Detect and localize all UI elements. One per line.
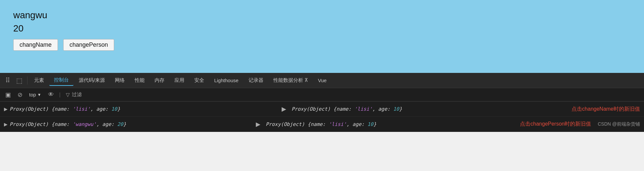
tab-lighthouse[interactable]: Lighthouse (209, 76, 243, 85)
tab-sources[interactable]: 源代码/来源 (74, 75, 110, 86)
arrow-right-2: ▶ (256, 121, 260, 128)
tab-memory[interactable]: 内存 (150, 75, 169, 86)
tab-vue[interactable]: Vue (313, 76, 331, 85)
preview-area: wangwu 20 changName changePerson (0, 0, 644, 73)
arrow-right-1: ▶ (282, 105, 286, 113)
preview-age: 20 (13, 23, 631, 34)
changeperson-button[interactable]: changePerson (63, 39, 114, 51)
tab-security[interactable]: 安全 (190, 75, 209, 86)
preview-name: wangwu (13, 10, 631, 21)
expand-arrow-2[interactable]: ▶ (4, 122, 8, 127)
tab-application[interactable]: 应用 (170, 75, 189, 86)
tab-performance[interactable]: 性能 (130, 75, 149, 86)
filter-icon: ▽ (66, 92, 70, 98)
button-row: changName changePerson (13, 39, 631, 51)
clear-console-icon[interactable]: ⊘ (15, 90, 25, 100)
console-code-left-1: Proxy(Object) {name: 'lisi', age: 10} (10, 106, 276, 112)
console-code-right-2: Proxy(Object) {name: 'lisi', age: 10} (266, 121, 507, 127)
sidebar-toggle-icon[interactable]: ▣ (3, 90, 14, 100)
context-selector[interactable]: top ▼ (26, 90, 44, 99)
dropdown-arrow-icon: ▼ (37, 92, 41, 97)
tab-perf-insights[interactable]: 性能数据分析 ⊼ (269, 75, 313, 86)
comment-1: 点击changeName时的新旧值 (572, 106, 640, 113)
comment-2: 点击changePerson时的新旧值 (520, 121, 591, 128)
changname-button[interactable]: changName (13, 39, 58, 51)
tab-recorder[interactable]: 记录器 (244, 75, 268, 86)
console-toolbar: ▣ ⊘ top ▼ 👁 | ▽ 过滤 (0, 88, 644, 101)
tab-separator-1 (27, 77, 27, 85)
expand-arrow-1[interactable]: ▶ (4, 106, 8, 112)
devtools-tab-bar: ⠿ ⬚ 元素 控制台 源代码/来源 网络 性能 内存 应用 安全 Lightho… (0, 73, 644, 88)
top-label: top (29, 92, 36, 97)
devtools-panel: ⠿ ⬚ 元素 控制台 源代码/来源 网络 性能 内存 应用 安全 Lightho… (0, 73, 644, 132)
console-code-right-1: Proxy(Object) {name: 'lisi', age: 10} (292, 106, 558, 112)
tab-network[interactable]: 网络 (110, 75, 129, 86)
divider: | (59, 92, 61, 98)
devtools-icon-inspect[interactable]: ⠿ (3, 75, 13, 86)
devtools-icon-device[interactable]: ⬚ (14, 75, 25, 86)
console-row-1: ▶ Proxy(Object) {name: 'lisi', age: 10} … (0, 101, 644, 117)
eye-icon[interactable]: 👁 (45, 90, 57, 99)
console-row-2: ▶ Proxy(Object) {name: 'wangwu', age: 20… (0, 117, 644, 132)
filter-label: 过滤 (72, 91, 82, 98)
tab-elements[interactable]: 元素 (29, 75, 49, 86)
console-code-left-2: Proxy(Object) {name: 'wangwu', age: 20} (10, 121, 251, 127)
console-output: ▶ Proxy(Object) {name: 'lisi', age: 10} … (0, 101, 644, 132)
brand-label: CSDN @前端杂货铺 (598, 121, 640, 127)
tab-console[interactable]: 控制台 (49, 75, 73, 86)
filter-row: ▽ 过滤 (66, 91, 82, 98)
